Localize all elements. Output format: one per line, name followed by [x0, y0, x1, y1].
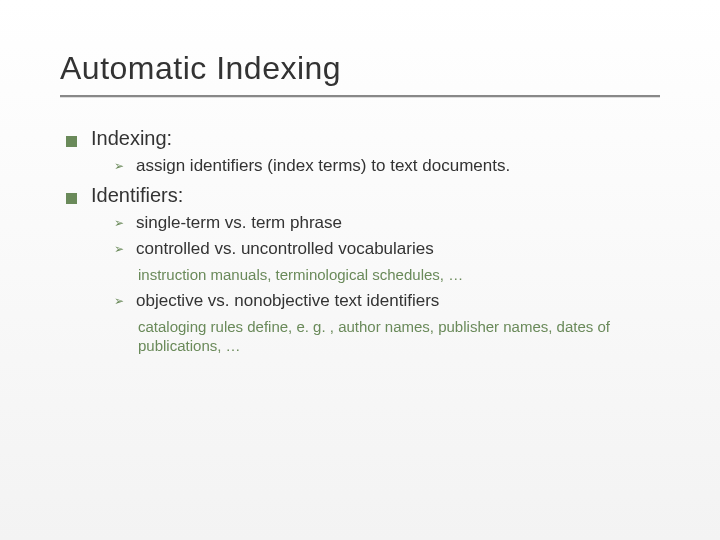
arrow-bullet-icon: ➢ [114, 159, 124, 173]
square-bullet-icon [66, 136, 77, 147]
square-bullet-icon [66, 193, 77, 204]
bullet-label: Indexing: [91, 127, 172, 150]
arrow-bullet-icon: ➢ [114, 216, 124, 230]
sub-item-text: assign identifiers (index terms) to text… [136, 156, 510, 176]
bullet-indexing: Indexing: [66, 127, 660, 150]
slide: Automatic Indexing Indexing: ➢ assign id… [0, 0, 720, 540]
sub-list-identifiers: ➢ single-term vs. term phrase ➢ controll… [114, 213, 660, 356]
sub-item: ➢ controlled vs. uncontrolled vocabulari… [114, 239, 660, 259]
bullet-label: Identifiers: [91, 184, 183, 207]
sub-item-text: single-term vs. term phrase [136, 213, 342, 233]
sub-list-indexing: ➢ assign identifiers (index terms) to te… [114, 156, 660, 176]
title-underline [60, 95, 660, 97]
sub-item-desc: instruction manuals, terminological sche… [114, 265, 660, 285]
arrow-bullet-icon: ➢ [114, 294, 124, 308]
bullet-identifiers: Identifiers: [66, 184, 660, 207]
sub-item: ➢ assign identifiers (index terms) to te… [114, 156, 660, 176]
slide-body: Indexing: ➢ assign identifiers (index te… [60, 127, 660, 356]
sub-item-desc: cataloging rules define, e. g. , author … [114, 317, 660, 356]
sub-item: ➢ objective vs. nonobjective text identi… [114, 291, 660, 311]
sub-item-text: objective vs. nonobjective text identifi… [136, 291, 439, 311]
arrow-bullet-icon: ➢ [114, 242, 124, 256]
slide-title: Automatic Indexing [60, 50, 660, 87]
sub-item: ➢ single-term vs. term phrase [114, 213, 660, 233]
sub-item-text: controlled vs. uncontrolled vocabularies [136, 239, 434, 259]
